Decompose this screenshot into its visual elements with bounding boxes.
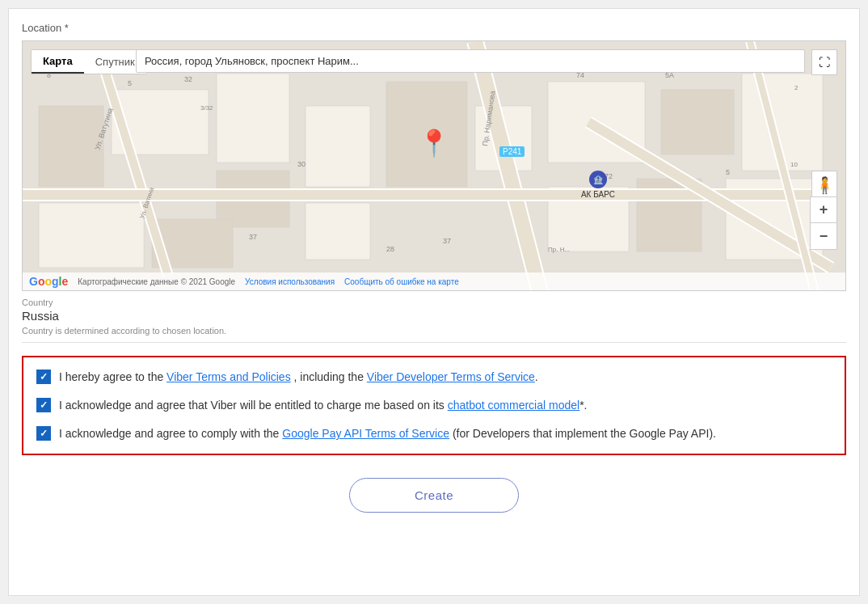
zoom-out-button[interactable]: − xyxy=(811,223,836,249)
terms-3-before: I acknowledge and agree to comply with t… xyxy=(59,427,282,440)
svg-text:28: 28 xyxy=(386,245,394,253)
location-label: Location * xyxy=(22,22,846,34)
ak-bars-label: АК БАРС xyxy=(581,190,615,199)
map-report-link[interactable]: Сообщить об ошибке на карте xyxy=(344,277,459,286)
svg-text:32: 32 xyxy=(184,75,192,83)
google-pay-terms-link[interactable]: Google Pay API Terms of Service xyxy=(282,427,449,440)
terms-1-before: I hereby agree to the xyxy=(59,370,166,383)
person-icon: 🧍 xyxy=(815,175,835,195)
terms-2-after: *. xyxy=(579,399,587,412)
zoom-in-button[interactable]: + xyxy=(811,197,836,223)
map-copyright-bar: Google Картографические данные © 2021 Go… xyxy=(23,272,845,290)
svg-text:2: 2 xyxy=(794,84,798,91)
map-fullscreen-button[interactable]: ⛶ xyxy=(811,49,837,75)
terms-checkbox-3[interactable] xyxy=(36,426,51,441)
viber-terms-link[interactable]: Viber Terms and Policies xyxy=(166,370,291,383)
map-terms-link[interactable]: Условия использования xyxy=(245,277,335,286)
svg-rect-5 xyxy=(305,106,370,187)
map-roads-svg: Ул. Ватутина Пр. Нариманова Ул. Ватина 8… xyxy=(23,41,845,290)
road-label-p241: P241 xyxy=(499,146,525,157)
svg-text:30: 30 xyxy=(297,160,305,168)
country-note: Country is determined according to chose… xyxy=(22,326,846,336)
ak-bars-marker: 🏦 АК БАРС xyxy=(581,171,615,199)
terms-text-2: I acknowledge and agree that Viber will … xyxy=(59,397,587,414)
terms-2-before: I acknowledge and agree that Viber will … xyxy=(59,399,448,412)
terms-item-2: I acknowledge and agree that Viber will … xyxy=(36,397,832,414)
country-label: Country xyxy=(22,298,846,307)
svg-text:37: 37 xyxy=(249,233,257,241)
map-copyright-text: Картографические данные © 2021 Google xyxy=(78,277,235,286)
map-streetview-button[interactable]: 🧍 xyxy=(811,171,837,200)
fullscreen-icon: ⛶ xyxy=(819,56,830,69)
map-search-value: Россия, город Ульяновск, проспект Нарим.… xyxy=(145,55,359,67)
svg-text:Пр. Н...: Пр. Н... xyxy=(548,246,570,253)
svg-rect-9 xyxy=(661,90,734,154)
map-tabs: Карта Спутник xyxy=(31,49,147,74)
svg-text:37: 37 xyxy=(443,237,451,245)
map-section: Ул. Ватутина Пр. Нариманова Ул. Ватина 8… xyxy=(22,40,846,291)
create-btn-wrapper: Create xyxy=(22,478,846,513)
terms-section: I hereby agree to the Viber Terms and Po… xyxy=(22,356,846,455)
svg-rect-11 xyxy=(39,203,144,268)
create-button[interactable]: Create xyxy=(349,478,519,513)
country-value: Russia xyxy=(22,309,846,323)
svg-rect-3 xyxy=(217,74,289,163)
terms-text-3: I acknowledge and agree to comply with t… xyxy=(59,425,716,442)
map-tab-map[interactable]: Карта xyxy=(32,50,84,74)
ak-bars-icon: 🏦 xyxy=(589,171,607,188)
svg-text:5: 5 xyxy=(128,79,132,87)
terms-1-after: . xyxy=(535,370,538,383)
terms-checkbox-2[interactable] xyxy=(36,398,51,412)
map-search-bar[interactable]: Россия, город Ульяновск, проспект Нарим.… xyxy=(136,49,805,73)
map-zoom-controls: + − xyxy=(810,196,837,250)
google-logo: Google xyxy=(29,275,68,288)
terms-text-1: I hereby agree to the Viber Terms and Po… xyxy=(59,369,538,386)
page-container: Location * xyxy=(8,8,860,596)
terms-item-1: I hereby agree to the Viber Terms and Po… xyxy=(36,369,832,386)
svg-text:3/32: 3/32 xyxy=(200,104,213,112)
chatbot-model-link[interactable]: chatbot commercial model xyxy=(448,399,579,412)
map-pin: 📍 xyxy=(418,128,450,158)
country-section: Country Russia Country is determined acc… xyxy=(22,298,846,343)
svg-text:5: 5 xyxy=(726,168,730,176)
svg-text:10: 10 xyxy=(790,161,798,168)
terms-item-3: I acknowledge and agree to comply with t… xyxy=(36,425,832,442)
terms-3-after: (for Developers that implement the Googl… xyxy=(449,427,716,440)
logo-g: G xyxy=(29,275,38,288)
terms-1-middle: , including the xyxy=(291,370,367,383)
viber-developer-terms-link[interactable]: Viber Developer Terms of Service xyxy=(367,370,535,383)
terms-checkbox-1[interactable] xyxy=(36,370,51,384)
svg-rect-13 xyxy=(305,203,370,260)
